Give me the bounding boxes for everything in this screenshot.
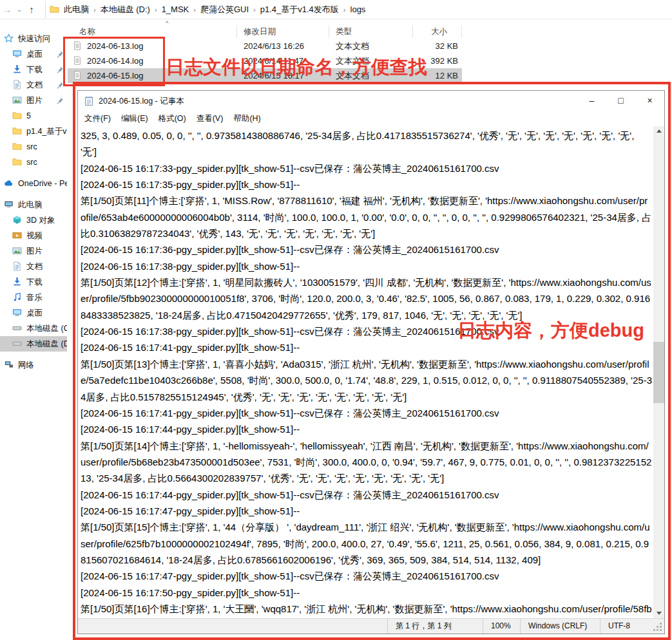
sidebar-item--[interactable]: 文档 xyxy=(0,77,67,93)
breadcrumb-item[interactable]: 此电脑 xyxy=(61,4,91,15)
cloud-icon xyxy=(4,178,14,189)
sidebar-item-label: 本地磁盘 (D:) xyxy=(26,339,67,350)
download-icon xyxy=(12,64,23,75)
box3d-icon xyxy=(12,215,23,225)
folder-icon xyxy=(12,142,23,152)
desktop-icon xyxy=(12,49,23,59)
computer-icon xyxy=(4,200,14,210)
sidebar-item-5[interactable]: 5 xyxy=(0,108,67,124)
drive-icon xyxy=(12,323,23,334)
sidebar-item-3d-[interactable]: 3D 对象 xyxy=(0,212,67,228)
annotation-box-notepad xyxy=(73,82,671,640)
sidebar-item-label: 文档 xyxy=(26,80,43,91)
sidebar-item--[interactable]: 桌面 xyxy=(0,305,67,321)
sidebar-item--c-[interactable]: 本地磁盘 (C:) xyxy=(0,321,67,336)
video-icon xyxy=(12,231,23,241)
sidebar-item-label: 此电脑 xyxy=(18,200,43,211)
breadcrumb-separator-icon: › xyxy=(91,6,98,14)
explorer-toolbar: → ⌄ ↑ 此电脑›本地磁盘 (D:)›1_MSK›爬蒲公英GUI›p1.4_基… xyxy=(0,0,672,19)
file-type: 文本文档 xyxy=(329,41,413,52)
breadcrumb-item[interactable]: 本地磁盘 (D:) xyxy=(98,4,153,15)
sidebar-item--[interactable]: 图片 xyxy=(0,243,67,259)
breadcrumb-separator-icon: › xyxy=(153,6,159,14)
sidebar-item-p1-4_-v1-4[interactable]: p1.4_基于v1.4 xyxy=(0,124,67,139)
sidebar-item-onedrive-pe[interactable]: OneDrive - Pe xyxy=(0,176,67,191)
screen: → ⌄ ↑ 此电脑›本地磁盘 (D:)›1_MSK›爬蒲公英GUI›p1.4_基… xyxy=(0,0,672,640)
sidebar-item-label: 桌面 xyxy=(26,49,43,60)
picture-icon xyxy=(12,95,23,106)
drive-icon xyxy=(12,339,23,349)
sidebar-item--[interactable]: 下载 xyxy=(0,62,67,77)
folder-icon xyxy=(50,5,60,15)
sidebar-item-label: 3D 对象 xyxy=(26,215,55,226)
sidebar-item--d-[interactable]: 本地磁盘 (D:) xyxy=(0,336,67,352)
star-icon xyxy=(4,33,14,44)
sidebar-item-label: 网络 xyxy=(18,360,34,371)
sidebar-item-label: p1.4_基于v1.4 xyxy=(26,126,67,137)
annotation-box-log-files xyxy=(63,37,165,86)
breadcrumb-separator-icon: › xyxy=(341,6,348,14)
sidebar-item-label: 桌面 xyxy=(26,308,43,319)
desktop-icon xyxy=(12,308,23,318)
column-header-name[interactable]: 名称 xyxy=(68,25,237,38)
sidebar-item--[interactable]: 此电脑 xyxy=(0,197,67,212)
sidebar-item-label: 视频 xyxy=(26,231,43,241)
file-size: 32 KB xyxy=(413,41,458,51)
annotation-log-content-note: 日志内容，方便debug xyxy=(457,318,644,344)
sidebar-item-label: 图片 xyxy=(26,95,43,106)
recent-locations-dropdown-icon[interactable]: ⌄ xyxy=(14,0,24,19)
pin-icon xyxy=(55,97,64,105)
breadcrumb-item[interactable]: p1.4_基于v1.4发布版 xyxy=(258,4,341,15)
breadcrumb-item[interactable]: logs xyxy=(348,5,369,14)
sidebar-item--[interactable]: 音乐 xyxy=(0,290,67,305)
forward-button[interactable]: → xyxy=(0,0,14,19)
sidebar-item--[interactable]: 下载 xyxy=(0,274,67,290)
sidebar-item-label: 快速访问 xyxy=(18,33,50,44)
sidebar-item-label: 图片 xyxy=(26,246,43,257)
folder-icon xyxy=(12,111,23,121)
sidebar-item-label: 下载 xyxy=(26,64,43,75)
file-modified: 2024/6/13 16:26 xyxy=(237,41,329,51)
sidebar-item-label: 下载 xyxy=(26,277,43,288)
sidebar-item-label: src xyxy=(26,158,37,167)
sidebar-item-label: OneDrive - Pe xyxy=(18,179,67,188)
sidebar-item--[interactable]: 桌面 xyxy=(0,46,67,62)
document-icon xyxy=(12,80,23,90)
sidebar-item--[interactable]: 快速访问 xyxy=(0,31,67,46)
folder-icon xyxy=(12,126,23,136)
column-header-size[interactable]: 大小 xyxy=(413,25,462,38)
sidebar-item--[interactable]: 图片 xyxy=(0,93,67,108)
address-bar[interactable]: 此电脑›本地磁盘 (D:)›1_MSK›爬蒲公英GUI›p1.4_基于v1.4发… xyxy=(45,1,672,18)
up-button[interactable]: ↑ xyxy=(24,0,39,19)
picture-icon xyxy=(12,246,23,256)
annotation-file-naming-note: 日志文件以日期命名，方便查找 xyxy=(166,55,427,80)
download-icon xyxy=(12,277,23,287)
document-icon xyxy=(12,261,23,272)
sidebar-item-label: 音乐 xyxy=(26,292,43,303)
folder-icon xyxy=(12,157,23,167)
sidebar-item-label: src xyxy=(26,142,37,151)
breadcrumb-item[interactable]: 爬蒲公英GUI xyxy=(198,4,251,15)
sort-ascending-icon: ^ xyxy=(166,20,168,26)
sidebar-item-label: 文档 xyxy=(26,261,43,272)
column-header-type[interactable]: 类型 xyxy=(329,25,413,38)
breadcrumb-separator-icon: › xyxy=(191,6,198,14)
sidebar-item-src[interactable]: src xyxy=(0,139,67,155)
explorer-sidebar: 快速访问桌面下载文档图片5p1.4_基于v1.4srcsrcOneDrive -… xyxy=(0,19,67,640)
music-icon xyxy=(12,292,23,303)
breadcrumb-item[interactable]: 1_MSK xyxy=(159,5,192,14)
column-header-modified[interactable]: 修改日期 xyxy=(237,25,329,38)
sidebar-item-src[interactable]: src xyxy=(0,155,67,170)
network-icon xyxy=(4,360,14,370)
sidebar-item--[interactable]: 视频 xyxy=(0,228,67,243)
sidebar-item--[interactable]: 网络 xyxy=(0,357,67,373)
sidebar-item--[interactable]: 文档 xyxy=(0,259,67,274)
sidebar-item-label: 5 xyxy=(26,111,31,120)
breadcrumb: 此电脑›本地磁盘 (D:)›1_MSK›爬蒲公英GUI›p1.4_基于v1.4发… xyxy=(61,4,368,15)
breadcrumb-separator-icon: › xyxy=(251,6,258,14)
sidebar-item-label: 本地磁盘 (C:) xyxy=(26,323,67,334)
